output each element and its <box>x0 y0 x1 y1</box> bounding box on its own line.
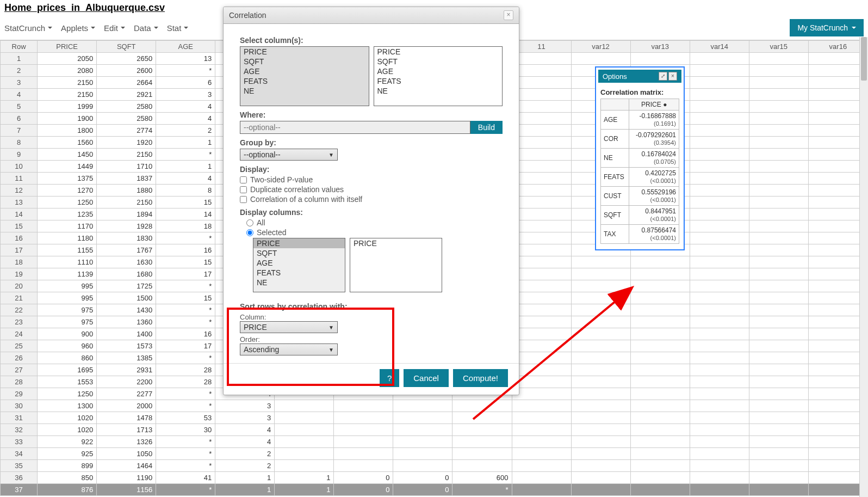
cell[interactable]: 876 <box>38 484 97 496</box>
cell[interactable] <box>512 268 571 280</box>
cell[interactable]: * <box>156 484 215 496</box>
cell[interactable] <box>630 376 690 388</box>
cell[interactable] <box>690 185 749 197</box>
cell[interactable]: 8 <box>156 185 215 197</box>
cell[interactable] <box>571 364 630 376</box>
where-input[interactable] <box>240 121 470 134</box>
cell[interactable] <box>749 316 808 328</box>
cell[interactable]: * <box>156 388 215 400</box>
cell[interactable]: * <box>156 65 215 77</box>
cell[interactable] <box>275 436 334 448</box>
cell[interactable] <box>512 208 571 220</box>
cell[interactable] <box>512 412 571 424</box>
display-selected-radio[interactable] <box>246 229 253 236</box>
row-number[interactable]: 26 <box>1 352 38 364</box>
cell[interactable]: 15 <box>156 197 215 208</box>
cell[interactable] <box>690 53 749 65</box>
cell[interactable] <box>749 173 808 185</box>
cell[interactable]: 2150 <box>97 149 156 161</box>
menu-data[interactable]: Data <box>134 23 158 33</box>
column-header[interactable]: var12 <box>571 41 630 53</box>
cell[interactable]: 2080 <box>38 65 97 77</box>
cell[interactable] <box>749 352 808 364</box>
cell[interactable]: 1999 <box>38 101 97 113</box>
row-number[interactable]: 29 <box>1 388 38 400</box>
cell[interactable] <box>690 232 749 244</box>
list-item[interactable]: NE <box>240 86 369 96</box>
cell[interactable] <box>749 328 808 340</box>
cell[interactable] <box>749 53 808 65</box>
cell[interactable] <box>630 53 690 65</box>
column-header[interactable]: var13 <box>630 41 690 53</box>
cell[interactable] <box>571 268 630 280</box>
cell[interactable]: 3 <box>156 89 215 101</box>
list-item[interactable]: PRICE <box>350 238 442 248</box>
cell[interactable]: 2931 <box>97 364 156 376</box>
cell[interactable]: 1928 <box>97 220 156 232</box>
row-number[interactable]: 18 <box>1 256 38 268</box>
row-number[interactable]: 12 <box>1 185 38 197</box>
cell[interactable]: 1560 <box>38 137 97 149</box>
row-number[interactable]: 11 <box>1 173 38 185</box>
row-number[interactable]: 36 <box>1 472 38 484</box>
columns-selected-list[interactable]: PRICESQFTAGEFEATSNE <box>374 46 503 106</box>
cell[interactable] <box>334 448 393 460</box>
cell[interactable]: 1800 <box>38 125 97 137</box>
row-number[interactable]: 37 <box>1 484 38 496</box>
cell[interactable] <box>690 340 749 352</box>
cell[interactable] <box>571 448 630 460</box>
cell[interactable] <box>275 400 334 412</box>
list-item[interactable]: SQFT <box>253 248 345 258</box>
cell[interactable] <box>512 328 571 340</box>
cell[interactable]: 1 <box>215 472 275 484</box>
cell[interactable] <box>749 292 808 304</box>
cell[interactable] <box>393 436 452 448</box>
cell[interactable]: 2000 <box>97 400 156 412</box>
cell[interactable] <box>749 400 808 412</box>
cell[interactable]: 2 <box>215 448 275 460</box>
cell[interactable] <box>512 137 571 149</box>
table-row[interactable]: 358991464*2 <box>1 460 868 472</box>
cell[interactable] <box>690 137 749 149</box>
list-item[interactable]: SQFT <box>240 57 369 66</box>
cell[interactable] <box>571 484 630 496</box>
cell[interactable] <box>571 280 630 292</box>
cell[interactable] <box>630 340 690 352</box>
row-number[interactable]: 16 <box>1 232 38 244</box>
cell[interactable] <box>512 185 571 197</box>
cell[interactable] <box>749 197 808 208</box>
cell[interactable] <box>334 424 393 436</box>
row-number[interactable]: 13 <box>1 197 38 208</box>
cell[interactable] <box>512 400 571 412</box>
list-item[interactable]: FEATS <box>374 76 503 86</box>
cell[interactable] <box>690 364 749 376</box>
cell[interactable] <box>275 412 334 424</box>
cell[interactable] <box>512 65 571 77</box>
cell[interactable]: * <box>156 460 215 472</box>
cell[interactable]: 1020 <box>38 412 97 424</box>
cell[interactable]: 1894 <box>97 208 156 220</box>
display-cols-available-list[interactable]: PRICESQFTAGEFEATSNE <box>253 238 345 292</box>
cell[interactable]: 1553 <box>38 376 97 388</box>
cell[interactable] <box>690 352 749 364</box>
cell[interactable]: 15 <box>156 292 215 304</box>
cell[interactable] <box>512 436 571 448</box>
cell[interactable] <box>749 137 808 149</box>
cell[interactable] <box>452 460 512 472</box>
cell[interactable]: 1430 <box>97 304 156 316</box>
cell[interactable] <box>571 472 630 484</box>
cell[interactable] <box>749 460 808 472</box>
display-cols-selected-list[interactable]: PRICE <box>350 238 442 292</box>
cell[interactable] <box>571 292 630 304</box>
cell[interactable] <box>512 388 571 400</box>
list-item[interactable]: NE <box>253 278 345 287</box>
cell[interactable] <box>512 364 571 376</box>
column-header[interactable]: SQFT <box>97 41 156 53</box>
cell[interactable] <box>512 101 571 113</box>
cell[interactable]: 975 <box>38 304 97 316</box>
column-header[interactable]: PRICE <box>38 41 97 53</box>
cell[interactable]: 1710 <box>97 161 156 173</box>
cell[interactable]: 1 <box>156 137 215 149</box>
cell[interactable] <box>749 424 808 436</box>
cell[interactable] <box>512 292 571 304</box>
